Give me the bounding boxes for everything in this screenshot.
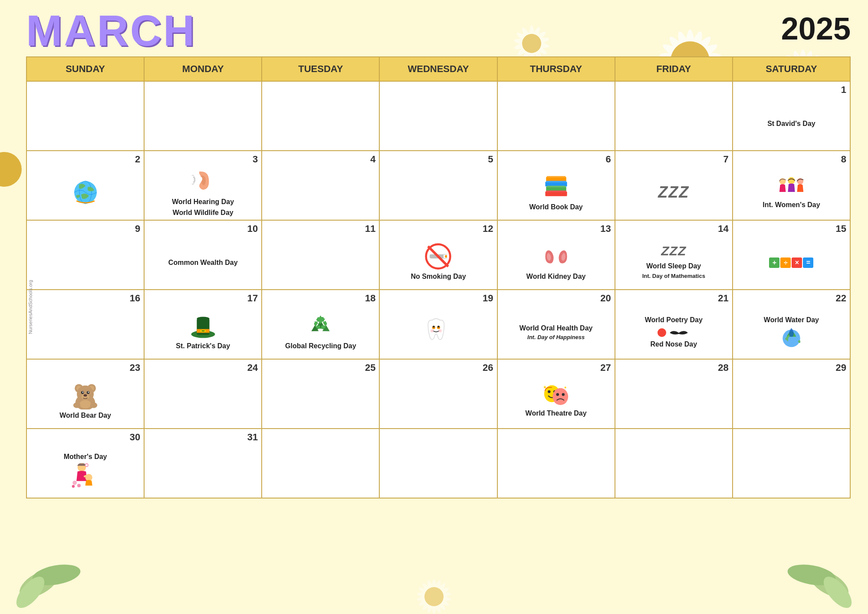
event-world-hearing: World Hearing Day	[172, 198, 234, 207]
rednose-icon	[658, 328, 666, 337]
day-empty-5	[497, 81, 615, 151]
event-rednose: Red Nose Day	[650, 340, 697, 349]
week-row-6: 30 Mother's Day	[26, 429, 850, 498]
day-empty-w6-6	[733, 429, 850, 498]
day-18-content: ♻ Global Recycling Day	[266, 306, 375, 357]
day-6-content: World Book Day	[501, 167, 611, 218]
math-icons: + ÷ × =	[769, 257, 813, 268]
svg-point-34	[431, 579, 437, 614]
event-oral-health: World Oral Health Day	[519, 324, 593, 333]
day-19: 19	[379, 290, 497, 359]
date-number: 8	[736, 154, 846, 165]
svg-point-42	[425, 579, 443, 614]
svg-point-96	[562, 393, 565, 396]
day-empty-w6-2	[262, 429, 379, 498]
day-31: 31	[144, 429, 262, 498]
equals-icon: =	[803, 257, 813, 268]
zzz-icon: ZZZ	[658, 183, 689, 201]
col-wednesday: WEDNESDAY	[379, 57, 497, 81]
event-happiness: Int. Day of Happiness	[527, 334, 585, 341]
day-4: 4	[262, 151, 379, 220]
event-no-smoking: No Smoking Day	[411, 272, 466, 281]
svg-point-38	[416, 591, 451, 603]
day-empty-w6-4	[497, 429, 615, 498]
svg-point-28	[15, 564, 63, 604]
day-14: 14 ZZZ World Sleep Day Int. Day of Mathe…	[615, 220, 733, 290]
svg-point-90	[90, 403, 97, 408]
svg-point-86	[82, 392, 83, 393]
svg-point-55	[788, 177, 795, 184]
svg-point-88	[80, 400, 91, 409]
day-22-content: World Water Day	[736, 306, 846, 357]
date-number: 10	[148, 223, 258, 234]
date-number: 25	[266, 362, 375, 373]
event-commonwealth: Common Wealth Day	[168, 258, 238, 267]
event-world-water: World Water Day	[764, 316, 819, 325]
event-st-patricks: St. Patrick's Day	[176, 342, 230, 351]
day-16-content	[30, 306, 140, 357]
date-number: 11	[266, 223, 375, 234]
day-16: 16	[26, 290, 144, 359]
col-monday: MONDAY	[144, 57, 262, 81]
day-17: 17	[144, 290, 262, 359]
women-icon	[777, 175, 806, 199]
day-empty-2	[144, 81, 262, 151]
tooth-icon	[424, 316, 452, 347]
watermark: NurseriesAndSchools.org	[28, 280, 33, 334]
day-7: 7 ZZZ	[615, 151, 733, 220]
day-27: 27	[497, 359, 615, 429]
day-14-content: ZZZ World Sleep Day Int. Day of Mathemat…	[619, 236, 729, 287]
event-st-davids: St David's Day	[767, 119, 815, 129]
svg-point-83	[84, 394, 87, 397]
svg-point-29	[31, 561, 82, 589]
svg-point-30	[13, 572, 49, 610]
week-row-3: 9 10 Common Wealth Day 11 12	[26, 220, 850, 290]
svg-point-32	[786, 561, 837, 589]
date-number: 20	[501, 293, 611, 304]
svg-rect-49	[546, 181, 566, 183]
date-number: 9	[30, 223, 140, 234]
col-friday: FRIDAY	[615, 57, 733, 81]
col-tuesday: TUESDAY	[262, 57, 379, 81]
plus-icon: +	[769, 257, 779, 268]
svg-point-104	[77, 484, 81, 487]
month-title: MARCH	[26, 9, 196, 52]
day-24: 24	[144, 359, 262, 429]
event-mothers-day: Mother's Day	[64, 452, 107, 462]
day-empty-4	[379, 81, 497, 151]
svg-point-105	[72, 485, 75, 488]
day-10: 10 Common Wealth Day	[144, 220, 262, 290]
col-thursday: THURSDAY	[497, 57, 615, 81]
date-number: 30	[30, 432, 140, 443]
svg-point-36	[421, 581, 447, 612]
stpatrick-hat-icon	[190, 312, 216, 340]
svg-point-89	[73, 403, 80, 408]
kidney-icon	[542, 242, 570, 271]
day-29: 29	[733, 359, 850, 429]
day-18: 18 ♻ Global Recycli	[262, 290, 379, 359]
day-8-content: Int. Women's Day	[736, 167, 846, 218]
svg-text:★: ★	[564, 386, 567, 390]
day-13: 13 World Kidney Day	[497, 220, 615, 290]
day-12-content: No Smoking Day	[383, 236, 493, 287]
day-12: 12 No Smoking Day	[379, 220, 497, 290]
recycle-icon: ♻	[306, 312, 335, 340]
date-number: 29	[736, 362, 846, 373]
svg-point-94	[552, 388, 568, 405]
divide-icon: ÷	[780, 257, 791, 268]
day-1-content: St David's Day	[736, 97, 846, 149]
svg-point-103	[72, 481, 77, 485]
svg-rect-60	[445, 255, 447, 258]
books-icon	[542, 173, 570, 201]
day-2: 2	[26, 151, 144, 220]
day-empty-6	[615, 81, 733, 151]
date-number: 26	[383, 362, 493, 373]
svg-point-87	[88, 392, 89, 393]
day-23-content: World Bear Day	[30, 375, 140, 426]
day-1: 1 St David's Day	[733, 81, 850, 151]
day-3: 3 World Hearing Day World Wildlife D	[144, 151, 262, 220]
day-5: 5	[379, 151, 497, 220]
day-8: 8	[733, 151, 850, 220]
svg-point-72	[438, 326, 440, 328]
event-world-kidney: World Kidney Day	[526, 272, 586, 281]
